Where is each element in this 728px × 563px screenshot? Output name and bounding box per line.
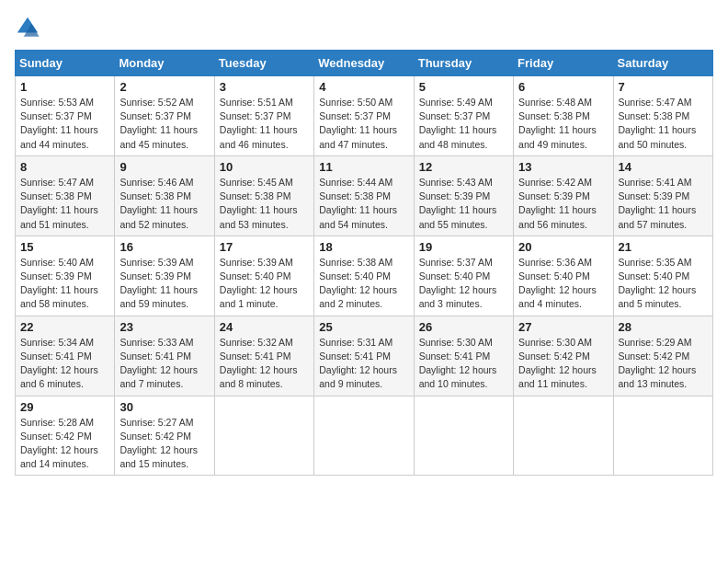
calendar-cell: 3 Sunrise: 5:51 AMSunset: 5:37 PMDayligh…: [214, 76, 313, 156]
calendar-cell: [514, 396, 613, 476]
calendar-week-3: 15 Sunrise: 5:40 AMSunset: 5:39 PMDaylig…: [16, 236, 713, 316]
weekday-header-thursday: Thursday: [414, 51, 513, 76]
day-number: 3: [220, 80, 309, 94]
day-info: Sunrise: 5:39 AMSunset: 5:40 PMDaylight:…: [220, 256, 309, 312]
calendar-cell: 11 Sunrise: 5:44 AMSunset: 5:38 PMDaylig…: [314, 155, 414, 236]
day-info: Sunrise: 5:31 AMSunset: 5:41 PMDaylight:…: [319, 336, 408, 392]
calendar-cell: 19 Sunrise: 5:37 AMSunset: 5:40 PMDaylig…: [414, 236, 513, 316]
day-number: 18: [319, 240, 408, 254]
day-number: 23: [119, 320, 209, 334]
calendar-cell: 13 Sunrise: 5:42 AMSunset: 5:39 PMDaylig…: [514, 155, 613, 236]
calendar-cell: 29 Sunrise: 5:28 AMSunset: 5:42 PMDaylig…: [16, 396, 115, 476]
day-number: 13: [518, 160, 608, 174]
calendar-cell: [214, 396, 313, 476]
day-info: Sunrise: 5:42 AMSunset: 5:39 PMDaylight:…: [518, 176, 608, 232]
calendar-cell: 25 Sunrise: 5:31 AMSunset: 5:41 PMDaylig…: [314, 316, 414, 396]
calendar-cell: 21 Sunrise: 5:35 AMSunset: 5:40 PMDaylig…: [613, 236, 712, 316]
calendar-cell: 6 Sunrise: 5:48 AMSunset: 5:38 PMDayligh…: [514, 76, 613, 156]
calendar-cell: 28 Sunrise: 5:29 AMSunset: 5:42 PMDaylig…: [613, 316, 712, 396]
weekday-header-friday: Friday: [514, 51, 613, 76]
calendar-cell: 1 Sunrise: 5:53 AMSunset: 5:37 PMDayligh…: [16, 76, 115, 156]
calendar-week-5: 29 Sunrise: 5:28 AMSunset: 5:42 PMDaylig…: [16, 396, 713, 476]
day-info: Sunrise: 5:49 AMSunset: 5:37 PMDaylight:…: [419, 96, 508, 152]
day-info: Sunrise: 5:45 AMSunset: 5:38 PMDaylight:…: [220, 176, 309, 232]
day-info: Sunrise: 5:39 AMSunset: 5:39 PMDaylight:…: [119, 256, 209, 312]
day-info: Sunrise: 5:47 AMSunset: 5:38 PMDaylight:…: [20, 176, 109, 232]
day-number: 9: [119, 160, 209, 174]
day-number: 11: [319, 160, 408, 174]
calendar-cell: 12 Sunrise: 5:43 AMSunset: 5:39 PMDaylig…: [414, 155, 513, 236]
logo-icon: [15, 15, 40, 40]
calendar-cell: 14 Sunrise: 5:41 AMSunset: 5:39 PMDaylig…: [613, 155, 712, 236]
day-info: Sunrise: 5:47 AMSunset: 5:38 PMDaylight:…: [619, 96, 708, 152]
logo: [15, 15, 44, 40]
day-number: 1: [20, 80, 109, 94]
calendar-cell: 10 Sunrise: 5:45 AMSunset: 5:38 PMDaylig…: [214, 155, 313, 236]
day-number: 22: [20, 320, 109, 334]
day-number: 15: [20, 240, 109, 254]
day-number: 28: [619, 320, 708, 334]
day-info: Sunrise: 5:44 AMSunset: 5:38 PMDaylight:…: [319, 176, 408, 232]
calendar-cell: 22 Sunrise: 5:34 AMSunset: 5:41 PMDaylig…: [16, 316, 115, 396]
day-number: 21: [619, 240, 708, 254]
calendar-week-4: 22 Sunrise: 5:34 AMSunset: 5:41 PMDaylig…: [16, 316, 713, 396]
day-info: Sunrise: 5:33 AMSunset: 5:41 PMDaylight:…: [119, 336, 209, 392]
day-number: 5: [419, 80, 508, 94]
day-number: 26: [419, 320, 508, 334]
day-number: 6: [518, 80, 608, 94]
calendar-cell: 8 Sunrise: 5:47 AMSunset: 5:38 PMDayligh…: [16, 155, 115, 236]
weekday-header-wednesday: Wednesday: [314, 51, 414, 76]
day-info: Sunrise: 5:30 AMSunset: 5:41 PMDaylight:…: [419, 336, 508, 392]
weekday-header-monday: Monday: [115, 51, 214, 76]
calendar-cell: 2 Sunrise: 5:52 AMSunset: 5:37 PMDayligh…: [115, 76, 214, 156]
day-number: 10: [220, 160, 309, 174]
day-number: 8: [20, 160, 109, 174]
day-info: Sunrise: 5:28 AMSunset: 5:42 PMDaylight:…: [20, 416, 109, 472]
day-number: 16: [119, 240, 209, 254]
day-info: Sunrise: 5:40 AMSunset: 5:39 PMDaylight:…: [20, 256, 109, 312]
calendar-cell: 18 Sunrise: 5:38 AMSunset: 5:40 PMDaylig…: [314, 236, 414, 316]
day-number: 7: [619, 80, 708, 94]
calendar-cell: 24 Sunrise: 5:32 AMSunset: 5:41 PMDaylig…: [214, 316, 313, 396]
calendar-cell: 16 Sunrise: 5:39 AMSunset: 5:39 PMDaylig…: [115, 236, 214, 316]
calendar-cell: [613, 396, 712, 476]
day-info: Sunrise: 5:48 AMSunset: 5:38 PMDaylight:…: [518, 96, 608, 152]
calendar-cell: 20 Sunrise: 5:36 AMSunset: 5:40 PMDaylig…: [514, 236, 613, 316]
day-info: Sunrise: 5:52 AMSunset: 5:37 PMDaylight:…: [119, 96, 209, 152]
day-number: 17: [220, 240, 309, 254]
calendar-cell: [314, 396, 414, 476]
calendar-cell: 26 Sunrise: 5:30 AMSunset: 5:41 PMDaylig…: [414, 316, 513, 396]
calendar-header: SundayMondayTuesdayWednesdayThursdayFrid…: [16, 51, 713, 76]
calendar-cell: 9 Sunrise: 5:46 AMSunset: 5:38 PMDayligh…: [115, 155, 214, 236]
day-info: Sunrise: 5:46 AMSunset: 5:38 PMDaylight:…: [119, 176, 209, 232]
day-info: Sunrise: 5:43 AMSunset: 5:39 PMDaylight:…: [419, 176, 508, 232]
weekday-header-sunday: Sunday: [16, 51, 115, 76]
day-info: Sunrise: 5:27 AMSunset: 5:42 PMDaylight:…: [119, 416, 209, 472]
day-info: Sunrise: 5:50 AMSunset: 5:37 PMDaylight:…: [319, 96, 408, 152]
day-info: Sunrise: 5:34 AMSunset: 5:41 PMDaylight:…: [20, 336, 109, 392]
calendar-cell: 5 Sunrise: 5:49 AMSunset: 5:37 PMDayligh…: [414, 76, 513, 156]
calendar-table: SundayMondayTuesdayWednesdayThursdayFrid…: [15, 50, 713, 476]
day-info: Sunrise: 5:30 AMSunset: 5:42 PMDaylight:…: [518, 336, 608, 392]
day-info: Sunrise: 5:32 AMSunset: 5:41 PMDaylight:…: [220, 336, 309, 392]
calendar-week-1: 1 Sunrise: 5:53 AMSunset: 5:37 PMDayligh…: [16, 76, 713, 156]
day-number: 24: [220, 320, 309, 334]
day-number: 25: [319, 320, 408, 334]
calendar-cell: 17 Sunrise: 5:39 AMSunset: 5:40 PMDaylig…: [214, 236, 313, 316]
day-number: 27: [518, 320, 608, 334]
day-number: 2: [119, 80, 209, 94]
calendar-cell: 4 Sunrise: 5:50 AMSunset: 5:37 PMDayligh…: [314, 76, 414, 156]
day-info: Sunrise: 5:36 AMSunset: 5:40 PMDaylight:…: [518, 256, 608, 312]
day-info: Sunrise: 5:53 AMSunset: 5:37 PMDaylight:…: [20, 96, 109, 152]
calendar-week-2: 8 Sunrise: 5:47 AMSunset: 5:38 PMDayligh…: [16, 155, 713, 236]
day-number: 30: [119, 400, 209, 414]
calendar-cell: 15 Sunrise: 5:40 AMSunset: 5:39 PMDaylig…: [16, 236, 115, 316]
day-number: 29: [20, 400, 109, 414]
calendar-cell: 27 Sunrise: 5:30 AMSunset: 5:42 PMDaylig…: [514, 316, 613, 396]
calendar-cell: 7 Sunrise: 5:47 AMSunset: 5:38 PMDayligh…: [613, 76, 712, 156]
day-number: 14: [619, 160, 708, 174]
weekday-header-tuesday: Tuesday: [214, 51, 313, 76]
day-number: 19: [419, 240, 508, 254]
calendar-cell: 30 Sunrise: 5:27 AMSunset: 5:42 PMDaylig…: [115, 396, 214, 476]
day-info: Sunrise: 5:35 AMSunset: 5:40 PMDaylight:…: [619, 256, 708, 312]
